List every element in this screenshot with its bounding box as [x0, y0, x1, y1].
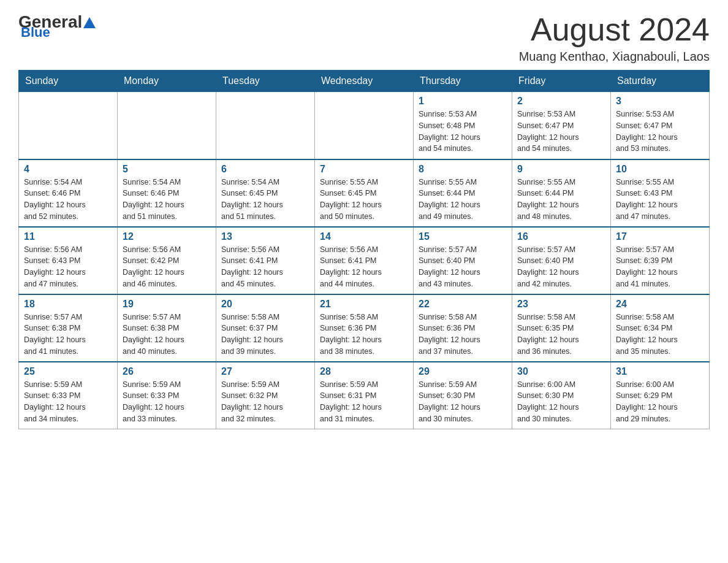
day-number: 28 [320, 366, 408, 377]
day-info: Sunrise: 5:57 AM Sunset: 6:40 PM Dayligh… [517, 244, 605, 290]
day-number: 7 [320, 164, 408, 175]
day-number: 15 [419, 231, 507, 242]
day-number: 9 [517, 164, 605, 175]
day-number: 11 [24, 231, 112, 242]
day-number: 21 [320, 299, 408, 310]
calendar-cell: 25Sunrise: 5:59 AM Sunset: 6:33 PM Dayli… [19, 362, 118, 429]
day-info: Sunrise: 5:59 AM Sunset: 6:30 PM Dayligh… [419, 379, 507, 425]
calendar-cell: 7Sunrise: 5:55 AM Sunset: 6:45 PM Daylig… [315, 159, 414, 227]
calendar-cell: 16Sunrise: 5:57 AM Sunset: 6:40 PM Dayli… [512, 227, 611, 294]
calendar-cell: 5Sunrise: 5:54 AM Sunset: 6:46 PM Daylig… [118, 159, 216, 227]
day-info: Sunrise: 6:00 AM Sunset: 6:29 PM Dayligh… [616, 379, 704, 425]
day-header-saturday: Saturday [611, 71, 710, 92]
calendar-cell: 26Sunrise: 5:59 AM Sunset: 6:33 PM Dayli… [118, 362, 216, 429]
day-info: Sunrise: 5:54 AM Sunset: 6:45 PM Dayligh… [221, 177, 309, 223]
calendar-cell [19, 92, 118, 159]
day-info: Sunrise: 5:53 AM Sunset: 6:47 PM Dayligh… [517, 109, 605, 155]
calendar-table: SundayMondayTuesdayWednesdayThursdayFrid… [18, 70, 710, 429]
calendar-week-row: 4Sunrise: 5:54 AM Sunset: 6:46 PM Daylig… [19, 159, 710, 227]
calendar-cell: 4Sunrise: 5:54 AM Sunset: 6:46 PM Daylig… [19, 159, 118, 227]
calendar-cell [118, 92, 216, 159]
day-header-friday: Friday [512, 71, 611, 92]
day-info: Sunrise: 5:55 AM Sunset: 6:45 PM Dayligh… [320, 177, 408, 223]
day-info: Sunrise: 5:57 AM Sunset: 6:40 PM Dayligh… [419, 244, 507, 290]
day-number: 13 [221, 231, 309, 242]
day-number: 26 [123, 366, 211, 377]
day-header-monday: Monday [118, 71, 216, 92]
day-info: Sunrise: 5:58 AM Sunset: 6:34 PM Dayligh… [616, 312, 704, 358]
calendar-header-row: SundayMondayTuesdayWednesdayThursdayFrid… [19, 71, 710, 92]
day-header-sunday: Sunday [19, 71, 118, 92]
day-info: Sunrise: 5:58 AM Sunset: 6:36 PM Dayligh… [419, 312, 507, 358]
day-number: 4 [24, 164, 112, 175]
day-info: Sunrise: 5:54 AM Sunset: 6:46 PM Dayligh… [123, 177, 211, 223]
day-number: 19 [123, 299, 211, 310]
calendar-cell: 30Sunrise: 6:00 AM Sunset: 6:30 PM Dayli… [512, 362, 611, 429]
day-info: Sunrise: 5:59 AM Sunset: 6:32 PM Dayligh… [221, 379, 309, 425]
day-info: Sunrise: 5:54 AM Sunset: 6:46 PM Dayligh… [24, 177, 112, 223]
calendar-week-row: 25Sunrise: 5:59 AM Sunset: 6:33 PM Dayli… [19, 362, 710, 429]
day-number: 17 [616, 231, 704, 242]
day-info: Sunrise: 5:57 AM Sunset: 6:38 PM Dayligh… [123, 312, 211, 358]
day-info: Sunrise: 5:58 AM Sunset: 6:36 PM Dayligh… [320, 312, 408, 358]
day-number: 5 [123, 164, 211, 175]
day-header-wednesday: Wednesday [315, 71, 414, 92]
calendar-cell: 17Sunrise: 5:57 AM Sunset: 6:39 PM Dayli… [611, 227, 710, 294]
day-info: Sunrise: 5:55 AM Sunset: 6:43 PM Dayligh… [616, 177, 704, 223]
day-info: Sunrise: 5:53 AM Sunset: 6:47 PM Dayligh… [616, 109, 704, 155]
day-number: 25 [24, 366, 112, 377]
calendar-cell [315, 92, 414, 159]
calendar-cell: 24Sunrise: 5:58 AM Sunset: 6:34 PM Dayli… [611, 294, 710, 362]
calendar-cell: 1Sunrise: 5:53 AM Sunset: 6:48 PM Daylig… [414, 92, 512, 159]
calendar-cell [216, 92, 315, 159]
day-number: 2 [517, 96, 605, 107]
calendar-week-row: 18Sunrise: 5:57 AM Sunset: 6:38 PM Dayli… [19, 294, 710, 362]
day-header-tuesday: Tuesday [216, 71, 315, 92]
day-info: Sunrise: 5:58 AM Sunset: 6:35 PM Dayligh… [517, 312, 605, 358]
page-header: General Blue August 2024 Muang Kenthao, … [18, 12, 710, 64]
day-number: 29 [419, 366, 507, 377]
calendar-cell: 15Sunrise: 5:57 AM Sunset: 6:40 PM Dayli… [414, 227, 512, 294]
day-number: 20 [221, 299, 309, 310]
day-number: 8 [419, 164, 507, 175]
calendar-cell: 12Sunrise: 5:56 AM Sunset: 6:42 PM Dayli… [118, 227, 216, 294]
day-header-thursday: Thursday [414, 71, 512, 92]
day-info: Sunrise: 5:56 AM Sunset: 6:42 PM Dayligh… [123, 244, 211, 290]
calendar-cell: 2Sunrise: 5:53 AM Sunset: 6:47 PM Daylig… [512, 92, 611, 159]
calendar-cell: 31Sunrise: 6:00 AM Sunset: 6:29 PM Dayli… [611, 362, 710, 429]
day-info: Sunrise: 5:53 AM Sunset: 6:48 PM Dayligh… [419, 109, 507, 155]
day-info: Sunrise: 5:59 AM Sunset: 6:31 PM Dayligh… [320, 379, 408, 425]
day-number: 30 [517, 366, 605, 377]
day-info: Sunrise: 5:58 AM Sunset: 6:37 PM Dayligh… [221, 312, 309, 358]
day-number: 23 [517, 299, 605, 310]
title-section: August 2024 Muang Kenthao, Xiagnabouli, … [519, 12, 710, 64]
logo: General Blue [18, 12, 97, 40]
calendar-cell: 13Sunrise: 5:56 AM Sunset: 6:41 PM Dayli… [216, 227, 315, 294]
location-title: Muang Kenthao, Xiagnabouli, Laos [519, 50, 710, 64]
day-number: 1 [419, 96, 507, 107]
calendar-cell: 20Sunrise: 5:58 AM Sunset: 6:37 PM Dayli… [216, 294, 315, 362]
day-info: Sunrise: 5:55 AM Sunset: 6:44 PM Dayligh… [419, 177, 507, 223]
day-number: 22 [419, 299, 507, 310]
calendar-cell: 10Sunrise: 5:55 AM Sunset: 6:43 PM Dayli… [611, 159, 710, 227]
day-info: Sunrise: 5:57 AM Sunset: 6:38 PM Dayligh… [24, 312, 112, 358]
day-info: Sunrise: 5:59 AM Sunset: 6:33 PM Dayligh… [24, 379, 112, 425]
day-info: Sunrise: 5:57 AM Sunset: 6:39 PM Dayligh… [616, 244, 704, 290]
day-info: Sunrise: 5:56 AM Sunset: 6:43 PM Dayligh… [24, 244, 112, 290]
day-number: 31 [616, 366, 704, 377]
day-number: 14 [320, 231, 408, 242]
day-info: Sunrise: 6:00 AM Sunset: 6:30 PM Dayligh… [517, 379, 605, 425]
calendar-cell: 21Sunrise: 5:58 AM Sunset: 6:36 PM Dayli… [315, 294, 414, 362]
day-number: 24 [616, 299, 704, 310]
day-number: 18 [24, 299, 112, 310]
calendar-cell: 29Sunrise: 5:59 AM Sunset: 6:30 PM Dayli… [414, 362, 512, 429]
month-title: August 2024 [519, 12, 710, 47]
day-number: 6 [221, 164, 309, 175]
day-info: Sunrise: 5:59 AM Sunset: 6:33 PM Dayligh… [123, 379, 211, 425]
day-info: Sunrise: 5:56 AM Sunset: 6:41 PM Dayligh… [320, 244, 408, 290]
calendar-week-row: 11Sunrise: 5:56 AM Sunset: 6:43 PM Dayli… [19, 227, 710, 294]
day-info: Sunrise: 5:56 AM Sunset: 6:41 PM Dayligh… [221, 244, 309, 290]
calendar-cell: 9Sunrise: 5:55 AM Sunset: 6:44 PM Daylig… [512, 159, 611, 227]
calendar-cell: 28Sunrise: 5:59 AM Sunset: 6:31 PM Dayli… [315, 362, 414, 429]
day-number: 3 [616, 96, 704, 107]
